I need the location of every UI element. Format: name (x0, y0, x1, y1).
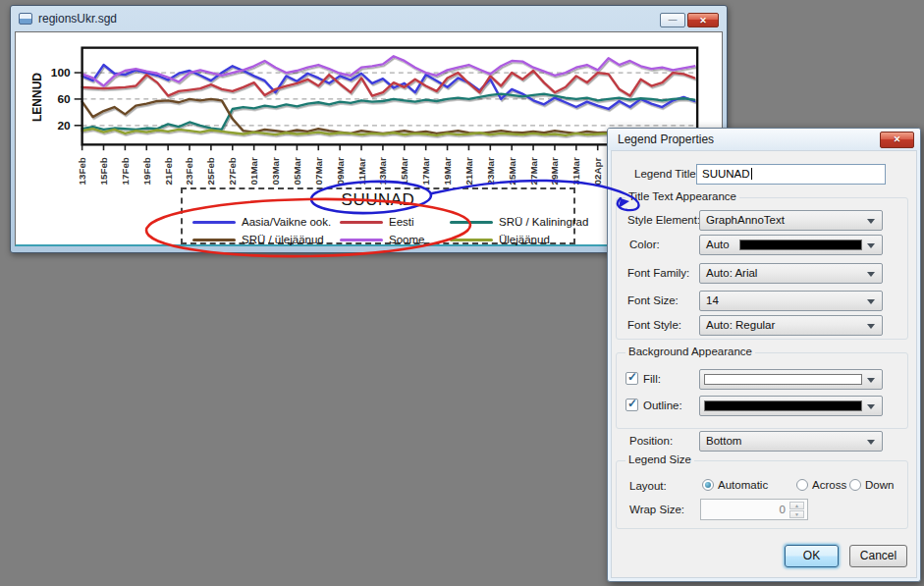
legend-entry: Soome (340, 234, 450, 245)
font-size-dropdown[interactable]: 14 (699, 291, 883, 311)
svg-text:100: 100 (51, 66, 71, 80)
legend-title-label: Legend Title: (634, 168, 699, 180)
svg-text:07Mar: 07Mar (313, 157, 324, 185)
chevron-down-icon (867, 299, 875, 304)
fill-label: Fill: (643, 373, 661, 385)
svg-text:20: 20 (57, 119, 71, 133)
radio-down[interactable] (849, 479, 861, 491)
text-caret (751, 168, 752, 180)
svg-text:19Feb: 19Feb (141, 157, 152, 185)
legend-entry: SRÜ / Kaliningrad (450, 216, 579, 228)
outline-label: Outline: (643, 400, 682, 411)
svg-text:17Mar: 17Mar (420, 157, 431, 185)
chevron-down-icon (867, 219, 875, 224)
svg-text:23Mar: 23Mar (485, 157, 496, 185)
window-close-button[interactable]: ✕ (687, 13, 719, 27)
style-element-label: Style Element: (627, 214, 700, 226)
legend-title-text[interactable]: SUUNAD (183, 190, 573, 210)
series-line (82, 56, 695, 85)
svg-text:60: 60 (57, 92, 71, 106)
svg-text:25Feb: 25Feb (205, 157, 216, 185)
wrap-size-spinner[interactable]: 0 ▲ ▼ (700, 499, 808, 520)
color-label: Color: (629, 239, 660, 250)
legend-entry: Ülejäänud (450, 234, 579, 245)
svg-text:23Feb: 23Feb (184, 157, 194, 185)
legend-selection-marquee[interactable]: SUUNAD Aasia/Vaikne ook. Eesti SRÜ / Kal… (181, 187, 575, 244)
fill-color-dropdown[interactable] (699, 369, 883, 390)
series-color-line (450, 239, 493, 241)
svg-text:21Feb: 21Feb (163, 157, 174, 185)
outline-color-swatch (704, 400, 862, 411)
series-color-line (340, 239, 383, 241)
layout-option-across[interactable]: Across (796, 479, 846, 491)
document-icon (19, 13, 32, 25)
outline-checkbox[interactable] (625, 399, 638, 411)
style-element-dropdown[interactable]: GraphAnnoText (699, 210, 883, 231)
svg-text:05Mar: 05Mar (292, 157, 302, 185)
graph-window-title: regionsUkr.sgd (38, 12, 117, 26)
svg-text:25Mar: 25Mar (507, 157, 517, 185)
outline-color-dropdown[interactable] (699, 396, 883, 416)
svg-text:01Mar: 01Mar (248, 157, 259, 185)
svg-text:29Mar: 29Mar (549, 157, 560, 185)
position-dropdown[interactable]: Bottom (699, 431, 883, 452)
fill-checkbox[interactable] (625, 372, 638, 385)
wrap-size-label: Wrap Size: (629, 504, 684, 515)
chevron-down-icon (867, 404, 875, 409)
legend-entry: Aasia/Vaikne ook. (192, 216, 340, 228)
svg-text:27Mar: 27Mar (527, 157, 538, 185)
font-family-dropdown[interactable]: Auto: Arial (699, 263, 883, 284)
spin-up-icon[interactable]: ▲ (789, 502, 804, 509)
chevron-down-icon (867, 440, 875, 445)
legend-entry: Eesti (340, 216, 450, 228)
series-color-line (450, 221, 493, 224)
font-family-label: Font Family: (627, 267, 689, 279)
radio-automatic[interactable] (702, 479, 714, 491)
ok-button[interactable]: OK (785, 545, 839, 567)
dialog-close-button[interactable]: ✕ (880, 132, 914, 148)
svg-text:31Mar: 31Mar (571, 157, 581, 185)
series-color-line (192, 221, 236, 224)
layout-option-automatic[interactable]: Automatic (702, 479, 768, 491)
cancel-button[interactable]: Cancel (849, 545, 907, 567)
dialog-titlebar[interactable]: Legend Properties ✕ (608, 129, 920, 150)
chevron-down-icon (867, 243, 875, 248)
desktop: { "window": { "title": "regionsUkr.sgd",… (0, 0, 924, 586)
svg-text:13Mar: 13Mar (377, 157, 388, 185)
spinner-buttons[interactable]: ▲ ▼ (789, 502, 804, 517)
group-background-appearance: Background Appearance (616, 352, 908, 429)
series-line (82, 99, 695, 133)
layout-label: Layout: (629, 480, 667, 492)
svg-text:11Mar: 11Mar (355, 158, 366, 186)
chevron-down-icon (867, 324, 875, 329)
graph-window-titlebar[interactable]: regionsUkr.sgd — ✕ (11, 6, 727, 31)
layout-option-down[interactable]: Down (849, 479, 894, 491)
radio-across[interactable] (796, 479, 808, 491)
spin-down-icon[interactable]: ▼ (789, 510, 804, 518)
svg-text:15Feb: 15Feb (98, 157, 109, 185)
svg-text:19Mar: 19Mar (442, 157, 453, 185)
chevron-down-icon (867, 272, 875, 277)
color-swatch (739, 240, 862, 250)
legend-title-input[interactable]: SUUNAD (696, 164, 886, 185)
series-color-line (192, 239, 236, 241)
legend-entries: Aasia/Vaikne ook. Eesti SRÜ / Kaliningra… (192, 213, 579, 248)
font-style-label: Font Style: (627, 319, 681, 331)
dialog-title: Legend Properties (618, 133, 714, 146)
window-minimize-button[interactable]: — (660, 13, 685, 27)
svg-text:15Mar: 15Mar (399, 157, 409, 185)
svg-text:17Feb: 17Feb (120, 157, 131, 185)
chevron-down-icon (867, 378, 875, 383)
color-dropdown[interactable]: Auto (699, 235, 883, 255)
series-color-line (340, 221, 383, 224)
svg-text:02Apr: 02Apr (592, 158, 603, 186)
svg-text:09Mar: 09Mar (335, 157, 346, 185)
svg-text:03Mar: 03Mar (270, 157, 281, 185)
legend-entry: SRÜ / ülejäänud (192, 234, 340, 245)
svg-text:27Feb: 27Feb (227, 157, 238, 185)
svg-text:21Mar: 21Mar (463, 157, 474, 185)
font-style-dropdown[interactable]: Auto: Regular (699, 315, 883, 336)
legend-properties-dialog: Legend Properties ✕ Legend Title: SUUNAD… (607, 128, 921, 582)
fill-color-swatch (704, 374, 862, 385)
position-label: Position: (629, 435, 673, 447)
